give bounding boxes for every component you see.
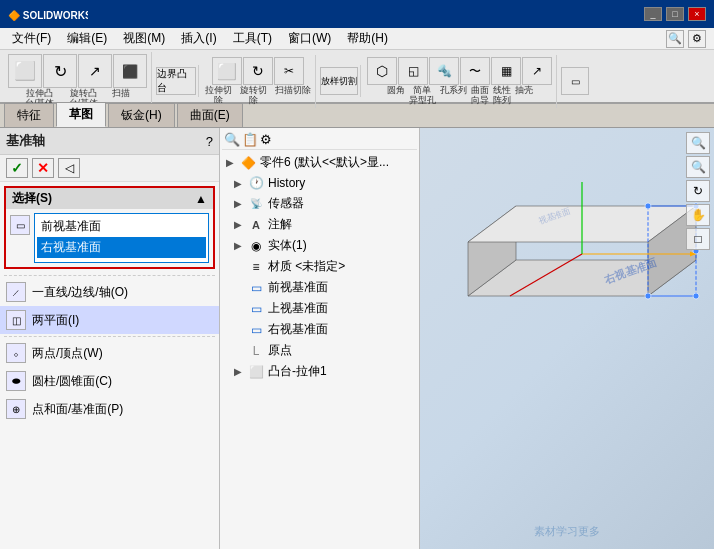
close-button[interactable]: ×: [688, 7, 706, 21]
minimize-button[interactable]: _: [644, 7, 662, 21]
cancel-button[interactable]: ✕: [32, 158, 54, 178]
fillet-label: 圆角: [387, 86, 405, 106]
maximize-button[interactable]: □: [666, 7, 684, 21]
divider-1: [4, 275, 215, 276]
tree-settings-icon[interactable]: ⚙: [260, 132, 272, 147]
svg-point-14: [645, 293, 651, 299]
revolve-boss-button[interactable]: ↻: [43, 54, 77, 88]
option-point-face[interactable]: ⊕ 点和面/基准面(P): [0, 395, 219, 423]
selection-item-right[interactable]: 右视基准面: [37, 237, 206, 258]
top-plane-icon: ▭: [248, 301, 264, 317]
hole-wizard-button[interactable]: 🔩: [429, 57, 459, 85]
title-bar: 🔶 SOLIDWORKS _ □ ×: [0, 0, 714, 28]
cylinder-cone-icon: ⬬: [6, 371, 26, 391]
point-face-label: 点和面/基准面(P): [32, 401, 123, 418]
menu-help[interactable]: 帮助(H): [339, 28, 396, 49]
fillet-button[interactable]: ⬡: [367, 57, 397, 85]
zoom-out-button[interactable]: 🔍: [686, 156, 710, 178]
solidworks-logo: 🔶 SOLIDWORKS: [8, 4, 88, 24]
line-axis-icon: ⟋: [6, 282, 26, 302]
top-plane-label: 上视基准面: [268, 300, 328, 317]
selection-section-header[interactable]: 选择(S) ▲: [6, 188, 213, 209]
option-two-planes[interactable]: ◫ 两平面(I): [0, 306, 219, 334]
line-axis-label: 一直线/边线/轴(O): [32, 284, 128, 301]
tree-front-plane[interactable]: ▶ ▭ 前视基准面: [222, 277, 417, 298]
cut-revolve-label: 旋转切除: [240, 86, 267, 106]
tab-feature[interactable]: 特征: [4, 103, 54, 127]
origin-icon: L: [248, 343, 264, 359]
menu-view[interactable]: 视图(M): [115, 28, 173, 49]
extrude1-label: 凸台-拉伸1: [268, 363, 327, 380]
feature-tree: 🔍 📋 ⚙ ▶ 🔶 零件6 (默认<<默认>显... ▶ 🕐 History: [220, 128, 420, 549]
freeform-button[interactable]: 〜: [460, 57, 490, 85]
annotations-icon: A: [248, 217, 264, 233]
tree-sensors[interactable]: ▶ 📡 传感器: [222, 193, 417, 214]
extrude-boss-button[interactable]: ⬜: [8, 54, 42, 88]
tree-right-plane[interactable]: ▶ ▭ 右视基准面: [222, 319, 417, 340]
tab-sheetmetal[interactable]: 钣金(H): [108, 103, 175, 127]
simple-hole-button[interactable]: ◱: [398, 57, 428, 85]
tree-origin[interactable]: ▶ L 原点: [222, 340, 417, 361]
extrude-cut-button[interactable]: ⬜: [212, 57, 242, 85]
two-planes-icon: ◫: [6, 310, 26, 330]
tree-root[interactable]: ▶ 🔶 零件6 (默认<<默认>显...: [222, 152, 417, 173]
panel-title: 基准轴: [6, 132, 45, 150]
linear-pattern-button[interactable]: ▦: [491, 57, 521, 85]
ok-button[interactable]: ✓: [6, 158, 28, 178]
options-icon[interactable]: ⚙: [688, 30, 706, 48]
selection-item-front[interactable]: 前视基准面: [37, 216, 206, 237]
tree-solid-bodies[interactable]: ▶ ◉ 实体(1): [222, 235, 417, 256]
tree-top-plane[interactable]: ▶ ▭ 上视基准面: [222, 298, 417, 319]
sweep-boss-button[interactable]: ↗: [78, 54, 112, 88]
help-icon[interactable]: ?: [206, 134, 213, 149]
solid-arrow: ▶: [234, 240, 244, 251]
option-line-axis[interactable]: ⟋ 一直线/边线/轴(O): [0, 278, 219, 306]
menu-file[interactable]: 文件(F): [4, 28, 59, 49]
tree-search-icon[interactable]: 🔍: [224, 132, 240, 147]
history-icon: 🕐: [248, 175, 264, 191]
ref-geom-button[interactable]: ▭: [561, 67, 589, 95]
menu-window[interactable]: 窗口(W): [280, 28, 339, 49]
menu-edit[interactable]: 编辑(E): [59, 28, 115, 49]
tree-filter-icon[interactable]: 📋: [242, 132, 258, 147]
extrude1-arrow: ▶: [234, 366, 244, 377]
material-icon: ≡: [248, 259, 264, 275]
shell-button[interactable]: ↗: [522, 57, 552, 85]
cut-sweep-label: 扫描切除: [275, 86, 311, 106]
pan-button[interactable]: ✋: [686, 204, 710, 226]
menu-tools[interactable]: 工具(T): [225, 28, 280, 49]
cylinder-cone-label: 圆柱/圆锥面(C): [32, 373, 112, 390]
rotate-button[interactable]: ↻: [686, 180, 710, 202]
zoom-in-button[interactable]: 🔍: [686, 132, 710, 154]
toolbar-features: ⬡ ◱ 🔩 〜 ▦ ↗ 圆角 简单异型孔 孔系列 曲面向导 线性阵列 抽壳: [363, 55, 557, 108]
sweep-cut-button[interactable]: ✂: [274, 57, 304, 85]
history-arrow: ▶: [234, 178, 244, 189]
material-label: 材质 <未指定>: [268, 258, 345, 275]
tree-material[interactable]: ▶ ≡ 材质 <未指定>: [222, 256, 417, 277]
extrude1-icon: ⬜: [248, 364, 264, 380]
main-area: 基准轴 ? ✓ ✕ ◁ 选择(S) ▲ ▭ 前视基准面: [0, 128, 714, 549]
two-points-icon: ⬦: [6, 343, 26, 363]
tree-annotations[interactable]: ▶ A 注解: [222, 214, 417, 235]
view-orient-button[interactable]: □: [686, 228, 710, 250]
revolve-cut-button[interactable]: ↻: [243, 57, 273, 85]
freeform-label: 曲面向导: [471, 86, 489, 106]
boundary-button[interactable]: 边界凸台: [156, 67, 196, 95]
option-cylinder-cone[interactable]: ⬬ 圆柱/圆锥面(C): [0, 367, 219, 395]
right-toolbar: 🔍 🔍 ↻ ✋ □: [686, 132, 710, 250]
menu-insert[interactable]: 插入(I): [173, 28, 224, 49]
tab-sketch[interactable]: 草图: [56, 102, 106, 127]
tree-history[interactable]: ▶ 🕐 History: [222, 173, 417, 193]
tab-surface[interactable]: 曲面(E): [177, 103, 243, 127]
front-plane-label-tree: 前视基准面: [268, 279, 328, 296]
right-panel: 🔍 📋 ⚙ ▶ 🔶 零件6 (默认<<默认>显... ▶ 🕐 History: [220, 128, 714, 549]
pin-button[interactable]: ◁: [58, 158, 80, 178]
option-two-points[interactable]: ⬦ 两点/顶点(W): [0, 339, 219, 367]
search-icon[interactable]: 🔍: [666, 30, 684, 48]
toolbar-row: ⬜ ↻ ↗ ⬛ 拉伸凸台/基体 旋转凸台/基体 扫描 边界凸台: [4, 52, 710, 100]
panel-header: 基准轴 ?: [0, 128, 219, 155]
svg-point-12: [645, 203, 651, 209]
loft-boss-button[interactable]: ⬛: [113, 54, 147, 88]
tree-extrude1[interactable]: ▶ ⬜ 凸台-拉伸1: [222, 361, 417, 382]
loft-cut-button[interactable]: 放样切割: [320, 67, 358, 95]
